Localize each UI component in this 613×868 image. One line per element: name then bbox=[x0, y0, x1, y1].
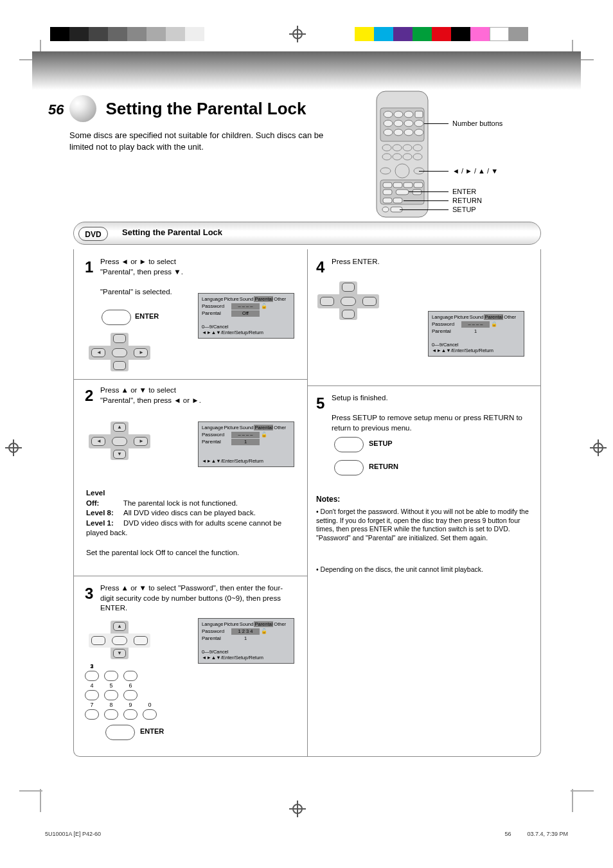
setup-button-graphic bbox=[334, 437, 364, 452]
page-number: 56 bbox=[48, 102, 64, 118]
page-subtitle: Some discs are specified not suitable fo… bbox=[69, 130, 339, 153]
step1-text-b: "Parental" is selected. bbox=[100, 288, 172, 296]
step4-text-a: Press ENTER. bbox=[332, 258, 380, 265]
step2-text-a: Press ▲ or ▼ to select "Parental", then … bbox=[100, 386, 201, 404]
step-number: 3 bbox=[85, 583, 93, 604]
callout-enter: ENTER bbox=[452, 188, 476, 195]
return-label: RETURN bbox=[369, 463, 398, 470]
osd-screen-2: LanguagePictureSoundParentalOther Passwo… bbox=[198, 421, 294, 467]
enter-label: ENTER bbox=[135, 312, 159, 320]
registration-mark-icon bbox=[289, 801, 306, 817]
svg-point-4 bbox=[404, 111, 413, 118]
svg-rect-34 bbox=[393, 198, 402, 203]
registration-mark-icon bbox=[5, 439, 22, 456]
enter-label: ENTER bbox=[140, 727, 164, 735]
dpad-graphic: ▲ ▼ ◄ ► bbox=[89, 421, 150, 466]
svg-rect-31 bbox=[383, 190, 392, 195]
return-button-graphic bbox=[334, 460, 364, 475]
enter-button-graphic bbox=[102, 310, 131, 325]
step-number: 5 bbox=[316, 393, 324, 414]
footer-right: 56 03.7.4, 7:39 PM bbox=[504, 831, 568, 837]
svg-rect-26 bbox=[383, 182, 392, 188]
svg-rect-32 bbox=[413, 190, 422, 195]
colorbar-colors bbox=[355, 27, 528, 41]
svg-rect-28 bbox=[404, 182, 413, 188]
section-title: Setting the Parental Lock bbox=[122, 227, 222, 237]
remote-diagram: Number buttons ◄ / ► / ▲ / ▼ ENTER RETUR… bbox=[370, 90, 434, 221]
sphere-icon bbox=[69, 95, 96, 122]
step-number: 1 bbox=[85, 257, 93, 278]
svg-rect-29 bbox=[414, 182, 423, 188]
svg-point-10 bbox=[384, 129, 393, 136]
dvd-badge: DVD bbox=[78, 227, 108, 241]
page-header-shade bbox=[32, 51, 581, 90]
notes-heading: Notes: bbox=[316, 495, 340, 504]
registration-mark-icon bbox=[289, 26, 306, 42]
step5-text-a: Setup is finished. bbox=[332, 394, 388, 402]
dpad-graphic: ◄ ► bbox=[89, 333, 150, 378]
osd-screen-4: LanguagePictureSoundParentalOther Passwo… bbox=[428, 311, 524, 357]
callout-return: RETURN bbox=[452, 197, 482, 204]
dpad-graphic bbox=[317, 281, 379, 326]
note-1: Don't forget the password. Without it yo… bbox=[316, 508, 529, 542]
note-2: Depending on the discs, the unit cannot … bbox=[321, 565, 483, 573]
page-title: Setting the Parental Lock bbox=[105, 99, 306, 119]
step-number: 4 bbox=[316, 257, 324, 278]
osd-screen-1: LanguagePictureSoundParentalOther Passwo… bbox=[198, 293, 294, 339]
callout-number-buttons: Number buttons bbox=[452, 120, 502, 127]
step3-text-a: Press ▲ or ▼ to select "Password", then … bbox=[100, 584, 283, 612]
svg-rect-33 bbox=[383, 198, 392, 203]
svg-point-8 bbox=[404, 120, 413, 127]
svg-rect-30 bbox=[396, 190, 409, 195]
step1-text-a: Press ◄ or ► to select "Parental", then … bbox=[100, 258, 183, 276]
svg-point-2 bbox=[384, 111, 393, 118]
svg-point-12 bbox=[404, 129, 413, 136]
osd-screen-3: LanguagePictureSoundParentalOther Passwo… bbox=[198, 618, 294, 664]
footer-left: 5U10001A [E] P42-60 bbox=[45, 831, 101, 837]
column-divider bbox=[307, 249, 308, 757]
svg-point-7 bbox=[394, 120, 403, 127]
callout-setup: SETUP bbox=[452, 206, 476, 213]
svg-point-6 bbox=[384, 120, 393, 127]
dpad-graphic: ▲ ▼ bbox=[89, 621, 150, 666]
level-heading: Level bbox=[86, 489, 105, 497]
svg-point-11 bbox=[394, 129, 403, 136]
colorbar-grayscale bbox=[50, 27, 204, 41]
svg-point-9 bbox=[414, 120, 423, 127]
svg-point-3 bbox=[394, 111, 403, 118]
svg-point-35 bbox=[382, 207, 389, 212]
step-number: 2 bbox=[85, 385, 93, 406]
setup-label: SETUP bbox=[369, 439, 393, 447]
svg-rect-27 bbox=[393, 182, 402, 188]
svg-point-13 bbox=[414, 129, 423, 136]
svg-rect-5 bbox=[415, 111, 423, 118]
enter-button-graphic bbox=[105, 725, 135, 740]
registration-mark-icon bbox=[590, 439, 607, 456]
step5-text-b: Press SETUP to remove setup menu or pres… bbox=[332, 414, 522, 432]
callout-arrows: ◄ / ► / ▲ / ▼ bbox=[452, 167, 498, 175]
